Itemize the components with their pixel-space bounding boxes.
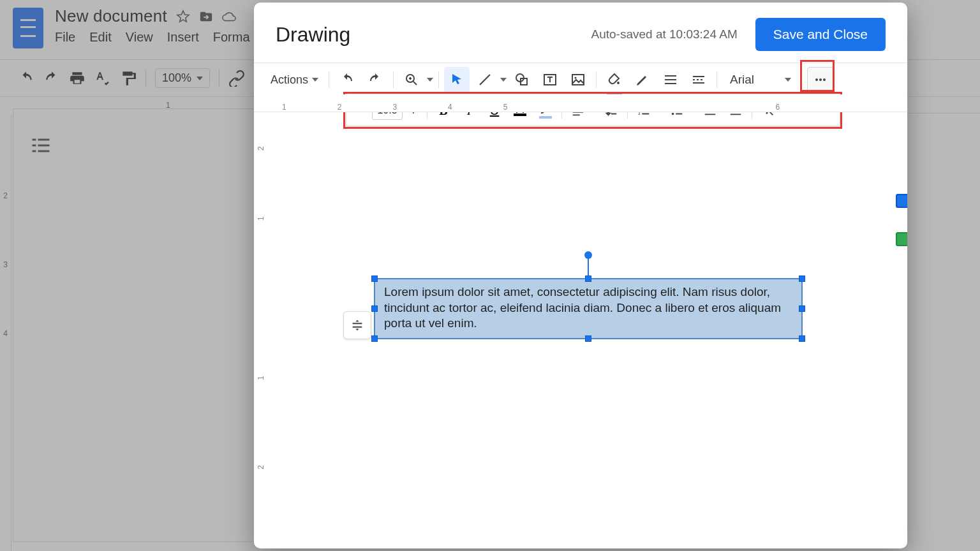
svg-point-7 [815,78,818,81]
handle-w[interactable] [371,305,378,312]
rotate-line [588,258,589,277]
zoom-dropdown-icon[interactable] [427,78,433,82]
font-select[interactable]: Arial [726,70,795,89]
more-options-button[interactable] [807,67,834,92]
svg-point-9 [823,78,826,81]
fill-color-button[interactable] [602,67,627,92]
text-box-content[interactable]: Lorem ipsum dolor sit amet, consectetur … [384,285,781,330]
handle-sw[interactable] [371,335,378,342]
handle-nw[interactable] [371,276,378,282]
drawing-dialog: Drawing Auto-saved at 10:03:24 AM Save a… [254,3,907,548]
fit-text-button[interactable] [343,311,371,339]
shape-tool[interactable] [509,67,535,92]
select-tool[interactable] [444,67,470,92]
text-box-shape[interactable]: Lorem ipsum dolor sit amet, consectetur … [374,278,803,339]
svg-point-5 [574,77,576,78]
textbox-tool[interactable] [537,67,563,92]
handle-n[interactable] [585,276,591,282]
handle-s[interactable] [585,335,591,342]
line-tool[interactable] [472,67,498,92]
svg-point-15 [672,113,674,115]
save-and-close-button[interactable]: Save and Close [755,18,886,51]
border-color-button[interactable] [630,67,655,92]
undo-button[interactable] [334,67,360,92]
actions-menu[interactable]: Actions [265,70,323,91]
side-chip-blue [896,194,907,208]
dialog-title: Drawing [276,23,350,47]
svg-point-8 [819,78,822,81]
zoom-button[interactable] [399,67,424,92]
image-tool[interactable] [565,67,591,92]
svg-rect-4 [572,75,584,85]
border-dash-button[interactable] [686,67,711,92]
drawing-ruler-h: 123456 [254,94,907,112]
drawing-area: 123456 2 1 1 2 Lorem ipsum dolor sit ame… [254,94,907,97]
rotate-handle[interactable] [584,251,592,259]
autosave-status: Auto-saved at 10:03:24 AM [591,27,738,41]
handle-e[interactable] [799,305,805,312]
drawing-toolbar: Actions Arial [254,62,907,97]
handle-ne[interactable] [799,276,805,282]
handle-se[interactable] [799,335,805,342]
redo-button[interactable] [362,67,388,92]
svg-point-6 [617,82,620,84]
line-dropdown-icon[interactable] [500,78,507,82]
side-chip-green [896,232,907,246]
border-weight-button[interactable] [658,67,683,92]
